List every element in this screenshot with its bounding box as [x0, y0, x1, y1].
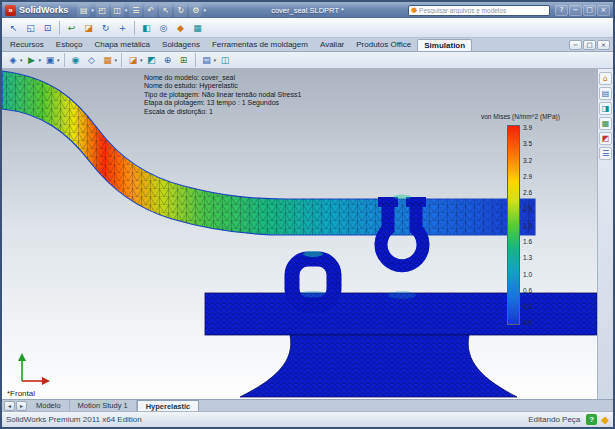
close-button[interactable]: × [597, 5, 610, 16]
plot-annotations: Nome do modelo: cover_seal Nome do estud… [144, 74, 301, 116]
tab-avaliar[interactable]: Avaliar [314, 39, 350, 51]
legend-tick: 3.9 [523, 125, 532, 132]
chevron-down-icon[interactable]: ▾ [91, 7, 94, 13]
hide-show-items-icon[interactable]: ◎ [156, 20, 171, 35]
toolbar-separator [64, 53, 65, 67]
save-icon[interactable]: ◫ [111, 4, 124, 17]
tab-hyperelastic[interactable]: Hyperelastic [137, 400, 200, 411]
select-icon[interactable]: ↖ [159, 4, 172, 17]
include-image-icon[interactable]: ◫ [218, 53, 232, 67]
previous-view-icon[interactable]: ↩ [64, 20, 79, 35]
chevron-down-icon[interactable]: ▾ [20, 57, 23, 63]
section-view-icon[interactable]: ◪ [81, 20, 96, 35]
help-indicator-icon[interactable]: ? [586, 414, 597, 425]
toolbar-separator [59, 21, 60, 35]
tab-produtos-office[interactable]: Produtos Office [350, 39, 417, 51]
print-icon[interactable]: ☰ [129, 4, 142, 17]
toolbar-separator [134, 21, 135, 35]
search-menu-icon[interactable]: ● [411, 6, 417, 14]
view-orientation-label: *Frontal [7, 389, 35, 398]
plot-tools-icon[interactable]: ▦ [101, 53, 115, 67]
annotation-plot-step: Etapa da plotagem: 13 tempo : 1 Segundos [144, 99, 301, 107]
tab-modelo[interactable]: Modelo [28, 400, 70, 411]
tab-scroll-forward-icon[interactable]: ▸ [16, 401, 27, 411]
file-explorer-icon[interactable]: ◨ [599, 102, 612, 115]
quick-tips-icon[interactable]: ◆ [601, 414, 609, 425]
maximize-button[interactable]: □ [583, 5, 596, 16]
legend-ticks: 3.9 3.5 3.2 2.9 2.6 2.3 1.9 1.6 1.3 1.0 … [523, 125, 532, 327]
status-bar: SolidWorks Premium 2011 x64 Edition Edit… [2, 411, 613, 427]
compare-results-icon[interactable]: ⊞ [177, 53, 191, 67]
tab-soldagens[interactable]: Soldagens [156, 39, 206, 51]
tab-motion-study-1[interactable]: Motion Study 1 [70, 400, 137, 411]
tab-esboco[interactable]: Esboço [50, 39, 89, 51]
run-study-icon[interactable]: ▶ [25, 53, 39, 67]
study-advisor-icon[interactable]: ◈ [6, 53, 20, 67]
zoom-area-icon[interactable]: ⊡ [40, 20, 55, 35]
options-icon[interactable]: ⚙ [189, 4, 202, 17]
solidworks-logo-icon: » [5, 5, 16, 16]
help-button[interactable]: ? [555, 5, 568, 16]
annotation-deformation-scale: Escala de distorção: 1 [144, 108, 301, 116]
zoom-to-fit-icon[interactable]: ◱ [23, 20, 38, 35]
legend-tick: 0.0 [523, 320, 532, 327]
chevron-down-icon[interactable]: ▾ [543, 7, 546, 13]
doc-close-button[interactable]: × [597, 40, 610, 50]
legend-tick: 0.6 [523, 288, 532, 295]
solidworks-resources-icon[interactable]: ⌂ [599, 72, 612, 85]
doc-minimize-button[interactable]: − [569, 40, 582, 50]
undo-icon[interactable]: ↶ [144, 4, 157, 17]
legend-tick: 1.6 [523, 239, 532, 246]
search-input[interactable] [419, 7, 543, 14]
legend-tick: 1.0 [523, 272, 532, 279]
report-icon[interactable]: ▤ [200, 53, 214, 67]
appearances-icon[interactable]: ◩ [599, 132, 612, 145]
design-library-icon[interactable]: ▤ [599, 87, 612, 100]
zoom-select-icon[interactable]: ↖ [6, 20, 21, 35]
chevron-down-icon[interactable]: ▾ [57, 57, 60, 63]
tab-simulation[interactable]: Simulation [417, 39, 472, 51]
tab-ferramentas-de-moldagem[interactable]: Ferramentas de moldagem [206, 39, 314, 51]
deformed-result-icon[interactable]: ◉ [69, 53, 83, 67]
tab-chapa-metalica[interactable]: Chapa metálica [88, 39, 156, 51]
titlebar-right: ● ▾ ? − □ × [408, 5, 610, 16]
rotate-view-icon[interactable]: ↻ [98, 20, 113, 35]
doc-restore-button[interactable]: □ [583, 40, 596, 50]
custom-properties-icon[interactable]: ☰ [599, 147, 612, 160]
chevron-down-icon[interactable]: ▾ [203, 7, 206, 13]
legend-body: 3.9 3.5 3.2 2.9 2.6 2.3 1.9 1.6 1.3 1.0 … [507, 125, 587, 327]
open-document-icon[interactable]: ◰ [96, 4, 109, 17]
titlebar: » SolidWorks ▤▾ ◰ ◫▾ ☰ ↶ ↖ ↻ ⚙▾ cover_se… [2, 2, 613, 18]
rebuild-icon[interactable]: ↻ [174, 4, 187, 17]
section-clipping-icon[interactable]: ◪ [126, 53, 140, 67]
chevron-down-icon[interactable]: ▾ [214, 57, 217, 63]
tab-recursos[interactable]: Recursos [4, 39, 50, 51]
new-document-icon[interactable]: ▤ [77, 4, 90, 17]
stress-legend: von Mises (N/mm^2 (MPa)) 3.9 3.5 3.2 2.9… [481, 113, 587, 327]
search-box[interactable]: ● ▾ [408, 5, 550, 16]
probe-icon[interactable]: ⊕ [161, 53, 175, 67]
legend-tick: 0.3 [523, 304, 532, 311]
results-advisor-icon[interactable]: ▣ [43, 53, 57, 67]
command-manager-tabs: Recursos Esboço Chapa metálica Soldagens… [2, 38, 613, 52]
toolbar-separator [195, 53, 196, 67]
tab-scroll-back-icon[interactable]: ◂ [4, 401, 15, 411]
chevron-down-icon[interactable]: ▾ [39, 57, 42, 63]
apply-scene-icon[interactable]: ▦ [190, 20, 205, 35]
minimize-button[interactable]: − [569, 5, 582, 16]
legend-tick: 1.3 [523, 255, 532, 262]
simulation-toolbar: ◈▾ ▶▾ ▣▾ ◉ ◇ ▦▾ ◪▾ ◩ ⊕ ⊞ ▤▾ ◫ [2, 52, 613, 69]
display-style-icon[interactable]: ◧ [139, 20, 154, 35]
model-only-icon[interactable]: ◇ [85, 53, 99, 67]
app-name: SolidWorks [19, 5, 68, 15]
edit-appearance-icon[interactable]: ◆ [173, 20, 188, 35]
graphics-viewport[interactable]: Nome do modelo: cover_seal Nome do estud… [2, 69, 597, 399]
chevron-down-icon[interactable]: ▾ [115, 57, 118, 63]
iso-clipping-icon[interactable]: ◩ [145, 53, 159, 67]
view-palette-icon[interactable]: ▦ [599, 117, 612, 130]
chevron-down-icon[interactable]: ▾ [140, 57, 143, 63]
pan-icon[interactable]: + [115, 20, 130, 35]
bottom-tab-bar: ◂ ▸ Modelo Motion Study 1 Hyperelastic [2, 399, 613, 411]
status-editing-text: Editando Peça [528, 415, 580, 424]
chevron-down-icon[interactable]: ▾ [125, 7, 128, 13]
